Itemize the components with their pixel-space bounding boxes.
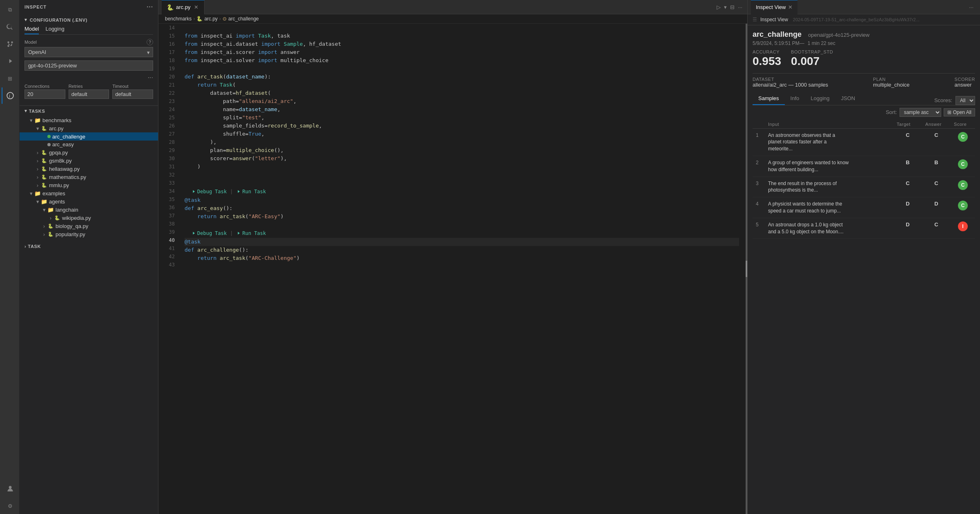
scores-select[interactable]: All: [956, 96, 975, 105]
breadcrumb-arc-py-icon: 🐍: [196, 16, 203, 22]
sidebar-more-icon[interactable]: ···: [147, 3, 153, 11]
tree-item-benchmarks[interactable]: ▾ 📁 benchmarks: [20, 116, 158, 124]
inspect-tab-close-icon[interactable]: ✕: [788, 4, 793, 10]
examples-expand-icon: ▾: [28, 190, 34, 197]
code-line-30: scorer=answer("letter"),: [185, 154, 739, 163]
run-task-icon[interactable]: ▷: [148, 133, 155, 140]
run-button[interactable]: ▷: [715, 3, 722, 11]
tree-label-biology: biology_qa.py: [56, 223, 88, 229]
table-row[interactable]: 2 A group of engineers wanted to know ho…: [753, 156, 975, 177]
sub-tab-json[interactable]: JSON: [835, 93, 861, 105]
code-line-25: split="test",: [185, 114, 739, 122]
tab-model[interactable]: Model: [24, 26, 39, 34]
tree-item-biology[interactable]: › 🐍 biology_qa.py: [20, 222, 158, 230]
user-icon[interactable]: [2, 480, 18, 497]
inspect-view-tab[interactable]: Inspect View ✕: [751, 0, 797, 14]
tree-item-arc-challenge[interactable]: arc_challenge ⚙ ▷: [20, 132, 158, 141]
sort-row: Sort: sample asc sample desc ⊞ Open All: [753, 108, 975, 117]
settings-icon[interactable]: ⚙: [2, 498, 18, 514]
timeout-input[interactable]: [112, 89, 153, 99]
breadcrumb-arc-challenge[interactable]: arc_challenge: [228, 16, 259, 22]
bio-expand-icon: ›: [41, 223, 47, 229]
tree-label-langchain: langchain: [56, 207, 78, 213]
tree-item-hellaswag[interactable]: › 🐍 hellaswag.py: [20, 165, 158, 173]
ln-14: 14: [162, 24, 175, 32]
plan-col: PLAN multiple_choice: [873, 77, 910, 88]
ln-18: 18: [162, 56, 175, 65]
explorer-icon[interactable]: ⧉: [2, 2, 18, 18]
code-lines[interactable]: from inspect_ai import Task, task from i…: [178, 24, 746, 514]
model-select[interactable]: OpenAI: [24, 47, 153, 57]
breadcrumb-arc-py[interactable]: arc.py: [204, 16, 218, 22]
tab-logging[interactable]: Logging: [45, 26, 64, 34]
sort-label: Sort:: [886, 109, 897, 115]
sub-tab-info[interactable]: Info: [785, 93, 805, 105]
extensions-icon[interactable]: ⊞: [2, 70, 18, 87]
sub-tab-samples[interactable]: Samples: [753, 93, 785, 105]
table-row[interactable]: 5 An astronaut drops a 1.0 kg object and…: [753, 218, 975, 239]
task-section-header[interactable]: › TASK: [20, 241, 158, 251]
debug-task-link[interactable]: Debug Task: [191, 188, 227, 195]
task-chevron-icon: ›: [24, 244, 26, 249]
model-help-icon[interactable]: ?: [147, 39, 153, 45]
tree-item-langchain[interactable]: ▾ 📁 langchain: [20, 206, 158, 214]
score-badge: I: [958, 221, 968, 231]
tree-label-mmlu: mmlu.py: [49, 182, 69, 188]
gpqa-file-icon: 🐍: [41, 149, 47, 156]
retries-input[interactable]: [69, 89, 109, 99]
minimap-indicator[interactable]: [746, 24, 747, 514]
open-all-button[interactable]: ⊞ Open All: [944, 108, 975, 116]
gsm8k-expand-icon: ›: [34, 157, 41, 164]
tree-item-popularity[interactable]: › 🐍 popularity.py: [20, 230, 158, 238]
split-editor-icon[interactable]: ⊟: [728, 3, 736, 11]
more-actions-icon[interactable]: ···: [736, 3, 744, 11]
math-expand-icon: ›: [34, 174, 41, 180]
breadcrumb-benchmarks[interactable]: benchmarks: [165, 16, 192, 22]
model-input[interactable]: [24, 60, 153, 71]
table-row[interactable]: 4 A physicist wants to determine the spe…: [753, 197, 975, 218]
config-header[interactable]: ▾ CONFIGURATION (.ENV): [24, 17, 153, 22]
tree-item-arc-py[interactable]: ▾ 🐍 arc.py: [20, 124, 158, 132]
tasks-header[interactable]: ▾ TASKS: [20, 106, 158, 116]
dataset-value: allenai/ai2_arc — 1000 samples: [753, 82, 828, 88]
tree-item-examples[interactable]: ▾ 📁 examples: [20, 189, 158, 197]
svg-point-2: [7, 45, 9, 47]
debug-task-link2[interactable]: Debug Task: [191, 230, 227, 237]
search-icon[interactable]: [2, 19, 18, 35]
source-control-icon[interactable]: [2, 36, 18, 52]
sort-select[interactable]: sample asc sample desc: [900, 108, 941, 117]
run-task-link2[interactable]: Run Task: [236, 230, 266, 237]
inspect-active-icon[interactable]: i: [2, 87, 18, 104]
ln-31: 31: [162, 163, 175, 171]
table-row[interactable]: 3 The end result in the process of photo…: [753, 177, 975, 197]
model-options-icon[interactable]: ···: [148, 74, 153, 81]
run-dropdown-icon[interactable]: ▾: [722, 3, 728, 11]
tree-label-examples: examples: [42, 190, 65, 197]
run-debug-icon[interactable]: [2, 53, 18, 69]
inspect-more-icon[interactable]: ···: [966, 4, 977, 10]
hamburger-icon[interactable]: ☰: [753, 17, 757, 22]
tree-item-gsm8k[interactable]: › 🐍 gsm8k.py: [20, 156, 158, 165]
tree-item-arc-easy[interactable]: arc_easy: [20, 141, 158, 148]
ln-28: 28: [162, 138, 175, 146]
tree-item-mmlu[interactable]: › 🐍 mmlu.py: [20, 181, 158, 189]
code-line-43: [185, 262, 739, 270]
tab-close-icon[interactable]: ✕: [193, 4, 199, 11]
table-row[interactable]: 1 An astronomer observes that a planet r…: [753, 128, 975, 156]
tree-item-wikipedia[interactable]: › 🐍 wikipedia.py: [20, 214, 158, 222]
tree-item-agents[interactable]: ▾ 📁 agents: [20, 197, 158, 206]
configure-icon[interactable]: ⚙: [140, 133, 147, 140]
sample-input: A group of engineers wanted to know how …: [768, 159, 850, 173]
editor-tab-arc-py[interactable]: 🐍 arc.py ✕: [162, 0, 205, 14]
tree-item-mathematics[interactable]: › 🐍 mathematics.py: [20, 173, 158, 181]
sample-answer: D: [922, 197, 951, 218]
bootstrap-label: bootstrap_std: [791, 49, 833, 54]
code-line-38: [185, 221, 739, 229]
scorer-label: SCORER: [955, 77, 975, 82]
connections-input[interactable]: [24, 89, 65, 99]
code-line-42: return arc_task("ARC-Challenge"): [185, 254, 739, 262]
tree-item-gpqa[interactable]: › 🐍 gpqa.py: [20, 148, 158, 156]
sub-tab-logging[interactable]: Logging: [805, 93, 835, 105]
ln-25: 25: [162, 114, 175, 122]
run-task-link[interactable]: Run Task: [236, 188, 266, 195]
